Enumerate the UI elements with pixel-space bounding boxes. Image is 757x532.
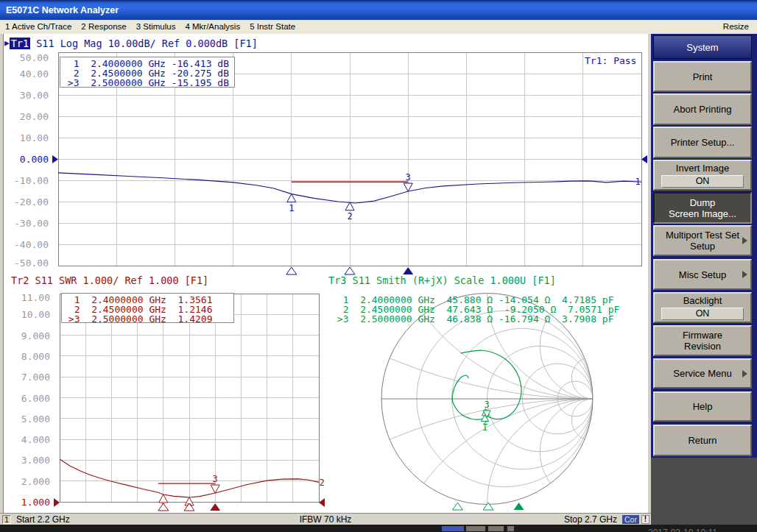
charts-canvas: 12311232213 [0, 0, 757, 532]
status-stop-frequency: Stop 2.7 GHz [564, 514, 617, 525]
svg-text:1: 1 [289, 203, 294, 213]
channel-status-bar: 1 Start 2.2 GHz IFBW 70 kHz Stop 2.7 GHz… [0, 513, 651, 525]
status-cor-badge: Cor [622, 515, 639, 524]
taskbar-button[interactable] [507, 526, 514, 531]
svg-text:3: 3 [213, 474, 218, 484]
svg-text:1: 1 [482, 422, 487, 433]
status-ifbw: IFBW 70 kHz [0, 514, 651, 525]
taskbar-button[interactable] [466, 526, 485, 531]
svg-text:3: 3 [406, 172, 411, 182]
taskbar-button[interactable] [442, 526, 464, 531]
taskbar-clock: 2017-03-10 10:11 [648, 528, 717, 532]
status-alert-badge: ! [641, 515, 649, 524]
taskbar-strip: 2017-03-10 10:11 [0, 525, 757, 532]
svg-text:1: 1 [635, 177, 640, 187]
instrument-window: E5071C Network Analyzer 1 Active Ch/Trac… [0, 0, 757, 532]
taskbar-button[interactable] [488, 526, 504, 531]
svg-text:3: 3 [485, 400, 490, 410]
svg-text:2: 2 [319, 478, 324, 488]
svg-text:2: 2 [347, 211, 352, 221]
